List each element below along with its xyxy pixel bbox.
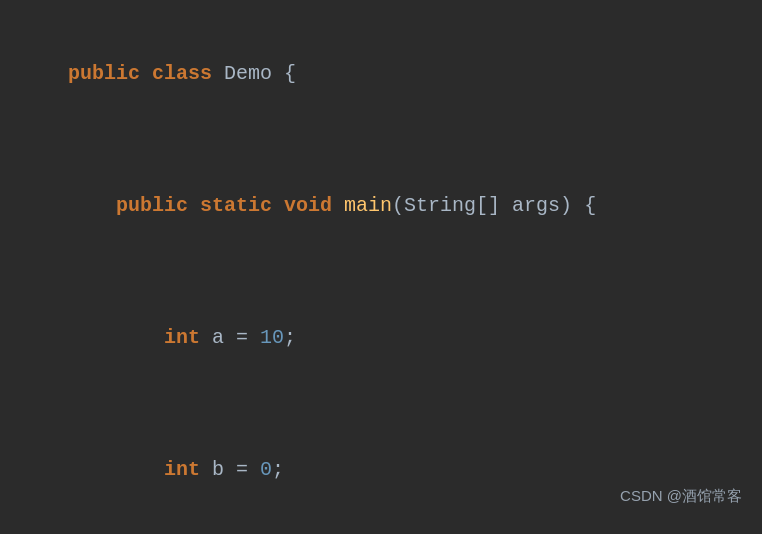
number-10: 10 (260, 326, 284, 349)
keyword-public2: public (116, 194, 200, 217)
keyword-public: public (68, 62, 152, 85)
indent2 (68, 194, 116, 217)
class-name: Demo { (224, 62, 296, 85)
watermark: CSDN @酒馆常客 (620, 474, 742, 518)
code-editor: public class Demo { public static void m… (0, 0, 762, 534)
keyword-int1: int (164, 326, 212, 349)
params: (String[] args) { (392, 194, 596, 217)
indent3 (68, 326, 164, 349)
keyword-class: class (152, 62, 224, 85)
var-b: b = (212, 458, 260, 481)
keyword-int2: int (164, 458, 212, 481)
semi1: ; (284, 326, 296, 349)
var-a: a = (212, 326, 260, 349)
code-line-3: int a = 10; (20, 272, 742, 404)
number-0: 0 (260, 458, 272, 481)
indent4 (68, 458, 164, 481)
keyword-static: static (200, 194, 284, 217)
semi2: ; (272, 458, 284, 481)
code-line-2: public static void main(String[] args) { (20, 140, 742, 272)
method-main: main (344, 194, 392, 217)
keyword-void: void (284, 194, 344, 217)
code-line-1: public class Demo { (20, 8, 742, 140)
